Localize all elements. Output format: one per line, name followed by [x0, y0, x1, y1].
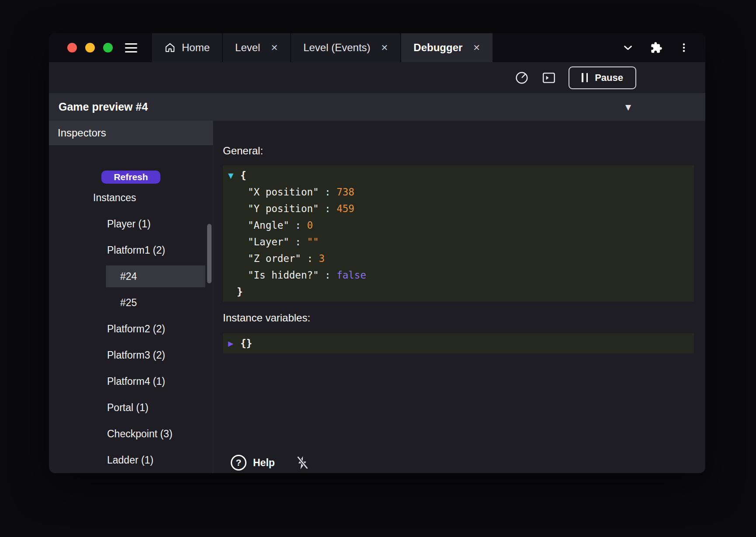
minimize-window-button[interactable] — [85, 43, 95, 52]
json-value: 0 — [307, 220, 313, 231]
json-property-z-order: "Z order" : 3 — [228, 250, 689, 267]
tree-item-label: Player (1) — [107, 218, 151, 230]
close-window-button[interactable] — [67, 43, 77, 52]
instance-variables-label: Instance variables: — [223, 311, 694, 324]
json-key: "X position" — [248, 186, 319, 198]
sidebar-item-platform1[interactable]: Platform1 (2) — [49, 237, 213, 263]
maximize-window-button[interactable] — [103, 43, 113, 52]
tabbar-actions — [621, 41, 705, 54]
tab-home[interactable]: Home — [152, 33, 222, 62]
chevron-down-icon[interactable]: ▼ — [625, 103, 631, 112]
app-window: Home Level ✕ Level (Events) ✕ Debugger ✕ — [49, 33, 705, 473]
json-key: "Angle" — [248, 220, 289, 231]
tree-item-label: #25 — [120, 297, 137, 309]
tab-level[interactable]: Level ✕ — [223, 33, 290, 62]
json-property-layer: "Layer" : "" — [228, 234, 689, 250]
json-value: "" — [307, 236, 319, 248]
window-controls — [49, 43, 113, 52]
inspector-tree: Instances Player (1) Platform1 (2) #24 #… — [49, 185, 213, 473]
json-value: 3 — [319, 253, 325, 264]
help-label[interactable]: Help — [253, 457, 275, 469]
close-icon[interactable]: ✕ — [270, 42, 278, 53]
json-property-angle: "Angle" : 0 — [228, 217, 689, 234]
sidebar-item-checkpoint[interactable]: Checkpoint (3) — [49, 421, 213, 447]
tab-level-events[interactable]: Level (Events) ✕ — [291, 33, 400, 62]
json-separator: : — [289, 236, 307, 248]
sidebar-item-platform4[interactable]: Platform4 (1) — [49, 368, 213, 394]
tree-item-label: Platform4 (1) — [107, 376, 165, 387]
chevron-down-icon[interactable] — [621, 41, 635, 54]
sidebar-item-player[interactable]: Player (1) — [49, 211, 213, 237]
sidebar-item-platform3[interactable]: Platform3 (2) — [49, 342, 213, 368]
sidebar-item-instance-25[interactable]: #25 — [49, 289, 213, 316]
general-json-view: ▼{ "X position" : 738 "Y position" : 459… — [223, 165, 694, 302]
sidebar-item-portal[interactable]: Portal (1) — [49, 394, 213, 421]
json-property-x-position: "X position" : 738 — [228, 184, 689, 200]
instance-variables-view: ▶{} — [223, 333, 694, 353]
flash-off-icon[interactable] — [295, 455, 310, 470]
menu-icon[interactable] — [125, 43, 137, 52]
tab-label: Level — [235, 42, 260, 54]
content-area: Inspectors Refresh Instances Player (1) … — [49, 121, 705, 473]
tree-item-label: Platform3 (2) — [107, 349, 165, 361]
collapse-icon[interactable]: ▼ — [228, 171, 240, 180]
tab-label: Level (Events) — [303, 42, 370, 54]
json-property-y-position: "Y position" : 459 — [228, 200, 689, 217]
game-preview-header[interactable]: Game preview #4 ▼ — [49, 93, 705, 121]
refresh-button[interactable]: Refresh — [101, 171, 160, 184]
variables-value: {} — [240, 338, 252, 349]
sidebar-scrollbar[interactable] — [207, 224, 212, 283]
tab-strip: Home Level ✕ Level (Events) ✕ Debugger ✕ — [152, 33, 493, 62]
tree-item-label: Portal (1) — [107, 402, 149, 414]
close-icon[interactable]: ✕ — [381, 42, 388, 53]
sidebar-item-platform2[interactable]: Platform2 (2) — [49, 316, 213, 342]
home-icon — [164, 42, 176, 53]
extensions-puzzle-icon[interactable] — [650, 42, 662, 54]
tab-debugger[interactable]: Debugger ✕ — [401, 33, 492, 62]
tab-label: Debugger — [413, 42, 462, 54]
tree-item-label: Platform1 (2) — [107, 244, 165, 256]
json-separator: : — [319, 203, 337, 214]
json-value: 738 — [336, 186, 354, 198]
json-line-close: } — [228, 283, 689, 300]
help-icon[interactable]: ? — [231, 455, 246, 471]
json-separator: : — [301, 253, 319, 264]
tree-item-label: Platform2 (2) — [107, 323, 165, 335]
json-separator: : — [319, 186, 337, 198]
game-preview-title: Game preview #4 — [59, 101, 148, 113]
json-property-is-hidden: "Is hidden?" : false — [228, 267, 689, 283]
sidebar-item-instances[interactable]: Instances — [49, 185, 213, 211]
json-close-brace: } — [237, 286, 243, 297]
tree-item-label: Checkpoint (3) — [107, 428, 173, 440]
inspectors-sidebar: Inspectors Refresh Instances Player (1) … — [49, 121, 213, 473]
sidebar-item-ladder[interactable]: Ladder (1) — [49, 447, 213, 473]
pause-button-label: Pause — [595, 72, 623, 84]
pause-button[interactable]: Pause — [569, 66, 636, 89]
desktop-background: Home Level ✕ Level (Events) ✕ Debugger ✕ — [0, 0, 756, 537]
json-separator: : — [289, 220, 307, 231]
json-line-open: ▼{ — [228, 167, 689, 184]
expand-icon[interactable]: ▶ — [228, 339, 240, 348]
sidebar-item-instance-24[interactable]: #24 — [49, 263, 213, 289]
json-value: 459 — [336, 203, 354, 214]
close-icon[interactable]: ✕ — [473, 42, 480, 53]
help-row: ? Help — [223, 455, 694, 471]
profiler-gauge-icon[interactable] — [514, 70, 529, 85]
general-label: General: — [223, 144, 694, 157]
json-separator: : — [319, 269, 337, 281]
tab-label: Home — [182, 42, 210, 54]
more-options-icon[interactable] — [678, 42, 690, 53]
debugger-toolbar: Pause — [49, 62, 705, 93]
inspector-panel: General: ▼{ "X position" : 738 "Y positi… — [213, 121, 705, 473]
tree-item-label: Instances — [93, 192, 136, 204]
json-key: "Z order" — [248, 253, 301, 264]
tree-item-label: Ladder (1) — [107, 454, 153, 466]
json-open-brace: { — [240, 170, 246, 181]
json-key: "Y position" — [248, 203, 319, 214]
json-value: false — [336, 269, 366, 281]
tab-bar: Home Level ✕ Level (Events) ✕ Debugger ✕ — [49, 33, 705, 62]
inspectors-header: Inspectors — [49, 121, 213, 145]
tree-item-label: #24 — [120, 271, 137, 282]
json-key: "Is hidden?" — [248, 269, 319, 281]
console-icon[interactable] — [541, 70, 556, 85]
